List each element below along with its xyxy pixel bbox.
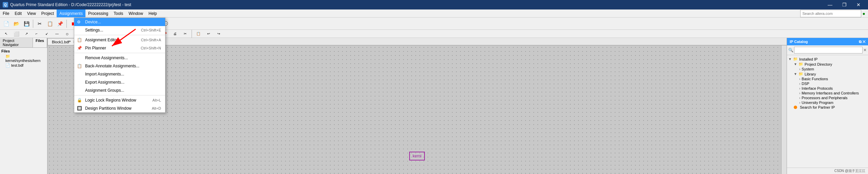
dot-orange-icon [794, 106, 797, 109]
expand-icon: › [799, 82, 800, 86]
menu-window[interactable]: Window [126, 9, 146, 17]
draw-rect[interactable]: ⬜ [12, 29, 21, 39]
tree-label: Project Directory [805, 62, 832, 66]
tree-interface-protocols[interactable]: › Interface Protocols [788, 86, 867, 91]
dropdown-logic-lock[interactable]: 🔒 Logic Lock Regions Window Alt+L [74, 96, 165, 104]
pin-planner-icon: 📌 [77, 46, 82, 50]
dropdown-assignment-groups[interactable]: Assignment Groups... [74, 86, 165, 94]
menu-file[interactable]: File [0, 9, 12, 17]
menu-assignments[interactable]: Assignments [57, 9, 85, 17]
online-indicator: ● [863, 11, 865, 16]
tab-label: Block1.bdf* [52, 40, 71, 44]
right-panel-search: 🔍 ✕ [787, 45, 868, 55]
title-bar: Q Quartus Prime Standard Edition - D:/Co… [0, 0, 868, 9]
tab-project-navigator[interactable]: Project Navigator [0, 38, 33, 47]
title-bar-controls: — ❐ ✕ [823, 0, 865, 9]
dropdown-remove-assignments[interactable]: Remove Assignments... [74, 54, 165, 62]
tree-basic-functions[interactable]: › Basic Functions [788, 77, 867, 81]
menu-processing[interactable]: Processing [85, 9, 111, 17]
logic-lock-icon: 🔒 [77, 98, 82, 103]
tree-library[interactable]: ▼ 📁 Library [788, 71, 867, 77]
dropdown-import-assignments[interactable]: Import Assignments... [74, 70, 165, 78]
tree-project-directory[interactable]: ▼ 📁 Project Directory [788, 62, 867, 67]
tree-label: Basic Functions [802, 77, 828, 81]
dropdown-label: Export Assignments... [85, 80, 124, 85]
tree-partner-ip[interactable]: Search for Partner IP [788, 105, 867, 110]
panel-tabs: Project Navigator Files [0, 38, 47, 48]
dropdown-label: Design Partitions Window [85, 106, 132, 111]
left-panel: Project Navigator Files Files 📁 kernel/s… [0, 38, 47, 174]
toolbar-open[interactable]: 📂 [12, 19, 21, 28]
menu-tools[interactable]: Tools [111, 9, 126, 17]
menu-view[interactable]: View [24, 9, 39, 17]
dropdown-label: Device... [85, 20, 101, 24]
draw-line3[interactable]: ↙ [42, 29, 52, 39]
close-button[interactable]: ✕ [852, 0, 865, 9]
back-annotate-icon: 📋 [77, 64, 82, 68]
shortcut-label: Ctrl+Shift+E [141, 28, 161, 32]
draw-line2[interactable]: ⌐ [32, 29, 41, 39]
ip-search-input[interactable] [794, 47, 863, 53]
dropdown-export-assignments[interactable]: Export Assignments... [74, 78, 165, 86]
scrollbar-vertical[interactable] [781, 45, 787, 174]
menu-edit[interactable]: Edit [12, 9, 24, 17]
dropdown-label: Assignment Groups... [85, 88, 124, 93]
tab-files[interactable]: Files [33, 38, 47, 47]
expand-icon: › [799, 77, 800, 81]
draw-clipboard[interactable]: 📋 [194, 29, 203, 39]
draw-select[interactable]: ↖ [1, 29, 11, 39]
ip-catalog-tree: ▼ 📁 Installed IP ▼ 📁 Project Directory ›… [787, 55, 868, 168]
draw-circle[interactable]: ○ [62, 29, 72, 39]
dropdown-label: Logic Lock Regions Window [85, 98, 136, 103]
draw-line4[interactable]: — [52, 29, 62, 39]
expand-icon: › [799, 96, 800, 100]
tree-label: Memory Interfaces and Controllers [802, 91, 859, 95]
draw-line1[interactable]: ↗ [22, 29, 31, 39]
tree-label: University Program [802, 101, 833, 105]
clear-search-icon[interactable]: ✕ [863, 48, 867, 52]
tree-processors[interactable]: › Processors and Peripherals [788, 95, 867, 100]
maximize-button[interactable]: ❐ [837, 0, 851, 9]
draw-print[interactable]: 🖨 [170, 29, 180, 39]
ip-catalog-title: IP Catalog [790, 40, 808, 44]
draw-undo[interactable]: ↩ [204, 29, 213, 39]
tree-university-program[interactable]: › University Program [788, 100, 867, 105]
minimize-button[interactable]: — [823, 0, 837, 9]
dropdown-design-partitions[interactable]: 🔲 Design Partitions Window Alt+D [74, 104, 165, 112]
shortcut-label: Alt+L [153, 98, 161, 102]
tree-dsp[interactable]: › DSP [788, 81, 867, 86]
menu-project[interactable]: Project [39, 9, 57, 17]
dropdown-back-annotate[interactable]: 📋 Back-Annotate Assignments... [74, 62, 165, 70]
dropdown-device[interactable]: ⚙ Device... [74, 18, 165, 26]
toolbar-sep1 [33, 20, 33, 28]
toolbar-save[interactable]: 💾 [22, 19, 31, 28]
toolbar-paste[interactable]: 📌 [55, 19, 65, 28]
menu-help[interactable]: Help [146, 9, 160, 17]
file-item-testbdf[interactable]: 📄 test.bdf [1, 63, 46, 68]
tree-installed-ip[interactable]: ▼ 📁 Installed IP [788, 57, 867, 62]
menu-bar: File Edit View Project Assignments Proce… [0, 9, 868, 18]
tree-label: Search for Partner IP [800, 105, 835, 109]
menu-search-input[interactable] [800, 10, 861, 17]
toolbar-cut[interactable]: ✂ [35, 19, 44, 28]
shortcut-label: Ctrl+Shift+A [141, 38, 161, 42]
tree-system[interactable]: › System [788, 67, 867, 71]
file-item-kernel[interactable]: 📁 kernel/synthesis/kern [1, 54, 46, 63]
toolbar-copy[interactable]: 📋 [45, 19, 55, 28]
dropdown-settings[interactable]: Settings... Ctrl+Shift+E [74, 26, 165, 34]
shortcut-label: Alt+D [152, 106, 161, 110]
title-bar-left: Q Quartus Prime Standard Edition - D:/Co… [3, 2, 131, 7]
dropdown-pin-planner[interactable]: 📌 Pin Planner Ctrl+Shift+N [74, 44, 165, 52]
toolbar-new[interactable]: 📄 [1, 19, 11, 28]
right-panel: IP Catalog ⧉ ✕ 🔍 ✕ ▼ 📁 Installed IP ▼ 📁 … [787, 38, 868, 174]
draw-redo[interactable]: ↪ [214, 29, 223, 39]
draw-cut[interactable]: ✂ [180, 29, 190, 39]
right-panel-footer: CSDN @混子王江江 [787, 168, 868, 174]
dropdown-assignment-editor[interactable]: 📋 Assignment Editor Ctrl+Shift+A [74, 36, 165, 44]
tree-label: Processors and Peripherals [802, 96, 847, 100]
ip-catalog-controls: ⧉ ✕ [859, 40, 865, 44]
dropdown-label: Settings... [85, 28, 103, 32]
search-icon: 🔍 [788, 48, 793, 52]
app-title: Quartus Prime Standard Edition - D:/Code… [10, 2, 131, 7]
tree-memory-interfaces[interactable]: › Memory Interfaces and Controllers [788, 91, 867, 95]
